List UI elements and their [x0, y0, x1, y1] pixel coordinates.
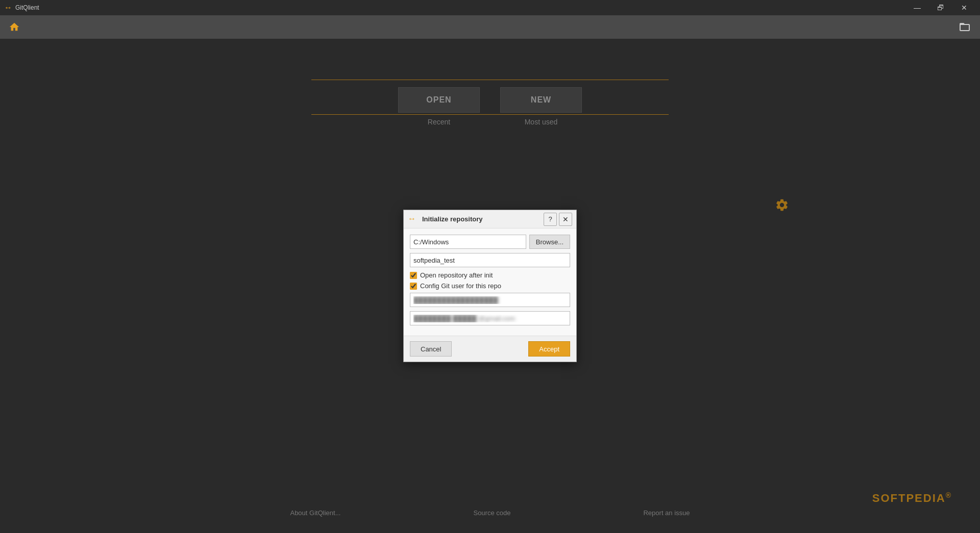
initialize-repo-dialog: ↔ Initialize repository ? ✕ Browse...: [403, 210, 577, 362]
open-after-init-row: Open repository after init: [410, 271, 570, 279]
close-button[interactable]: ✕: [952, 0, 976, 15]
path-input[interactable]: [410, 235, 526, 249]
dialog-footer: Cancel Accept: [404, 336, 576, 362]
app-icon: ↔: [4, 3, 12, 12]
username-row: [410, 293, 570, 307]
minimize-button[interactable]: —: [905, 0, 929, 15]
repo-name-row: [410, 253, 570, 267]
dialog-icon: ↔: [408, 214, 418, 224]
open-folder-button[interactable]: [955, 18, 974, 36]
dialog-close-button[interactable]: ✕: [559, 213, 572, 226]
titlebar: ↔ GitQlient — 🗗 ✕: [0, 0, 980, 15]
home-button[interactable]: [5, 18, 23, 36]
main-content: OPEN Recent NEW Most used About GitQlien…: [0, 39, 980, 533]
app-title: GitQlient: [15, 4, 905, 11]
browse-button[interactable]: Browse...: [529, 235, 570, 249]
config-git-user-row: Config Git user for this repo: [410, 282, 570, 290]
email-row: [410, 311, 570, 325]
config-git-user-label: Config Git user for this repo: [420, 282, 501, 290]
maximize-button[interactable]: 🗗: [929, 0, 952, 15]
app-toolbar: [0, 15, 980, 39]
open-after-init-label: Open repository after init: [420, 271, 493, 279]
cancel-button[interactable]: Cancel: [410, 341, 452, 357]
titlebar-controls: — 🗗 ✕: [905, 0, 976, 15]
modal-overlay: ↔ Initialize repository ? ✕ Browse...: [0, 39, 980, 533]
dialog-title: Initialize repository: [422, 215, 544, 223]
username-input[interactable]: [410, 293, 570, 307]
path-row: Browse...: [410, 235, 570, 249]
email-input[interactable]: [410, 311, 570, 325]
accept-button[interactable]: Accept: [528, 341, 570, 357]
repo-name-input[interactable]: [410, 253, 570, 267]
open-after-init-checkbox[interactable]: [410, 272, 417, 279]
config-git-user-checkbox[interactable]: [410, 283, 417, 290]
dialog-help-button[interactable]: ?: [544, 213, 557, 226]
dialog-body: Browse... Open repository after init Con…: [404, 229, 576, 336]
dialog-titlebar: ↔ Initialize repository ? ✕: [404, 210, 576, 229]
